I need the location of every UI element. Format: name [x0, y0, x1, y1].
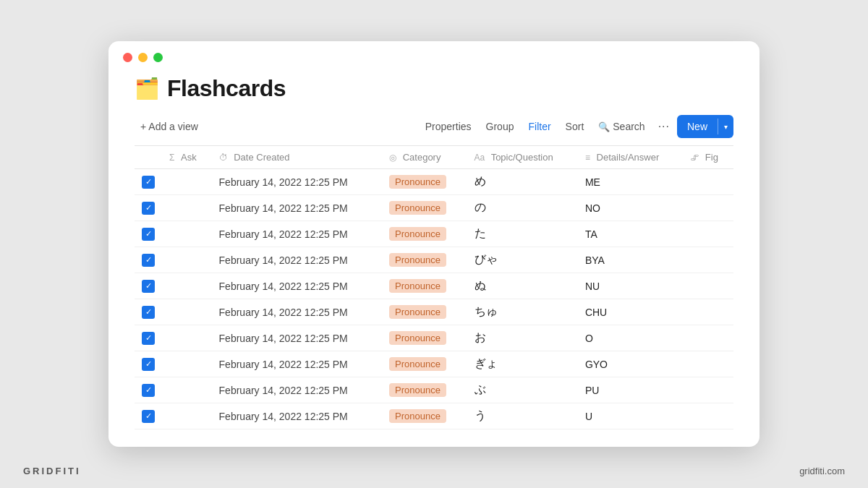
fig-cell: [683, 221, 733, 247]
table-row: ✓February 14, 2022 12:25 PMPronounceおO: [135, 325, 733, 351]
checkbox-checked[interactable]: ✓: [142, 332, 155, 345]
checkbox-cell[interactable]: ✓: [135, 221, 162, 247]
ask-cell: [162, 247, 212, 273]
topic-icon: Aa: [475, 153, 485, 163]
col-topic-label: Topic/Question: [491, 152, 553, 163]
category-cell: Pronounce: [382, 169, 467, 195]
table-body: ✓February 14, 2022 12:25 PMPronounceめME✓…: [135, 169, 733, 429]
col-header-checkbox: [135, 146, 162, 169]
answer-cell: O: [578, 325, 683, 351]
brand-left: GRIDFITI: [23, 466, 81, 476]
topic-cell: う: [467, 403, 578, 429]
date-cell: February 14, 2022 12:25 PM: [212, 325, 383, 351]
table-row: ✓February 14, 2022 12:25 PMPronounceびゃBY…: [135, 247, 733, 273]
more-button[interactable]: ···: [654, 117, 674, 136]
add-view-button[interactable]: + Add a view: [135, 118, 204, 135]
table-row: ✓February 14, 2022 12:25 PMPronounceたTA: [135, 221, 733, 247]
category-badge: Pronounce: [389, 175, 446, 189]
fig-cell: [683, 377, 733, 403]
close-dot[interactable]: [123, 53, 132, 62]
ask-cell: [162, 403, 212, 429]
fig-cell: [683, 273, 733, 299]
answer-cell: CHU: [578, 299, 683, 325]
checkbox-cell[interactable]: ✓: [135, 299, 162, 325]
topic-cell: の: [467, 195, 578, 221]
date-cell: February 14, 2022 12:25 PM: [212, 299, 383, 325]
col-header-fig: 🖇 Fig: [683, 146, 733, 169]
checkbox-checked[interactable]: ✓: [142, 358, 155, 371]
checkbox-cell[interactable]: ✓: [135, 403, 162, 429]
flashcards-table: Σ Ask ⏱ Date Created ◎ Category Aa: [135, 146, 733, 429]
checkbox-checked[interactable]: ✓: [142, 306, 155, 319]
checkbox-checked[interactable]: ✓: [142, 410, 155, 423]
category-badge: Pronounce: [389, 305, 446, 319]
col-header-category: ◎ Category: [382, 146, 467, 169]
col-answer-label: Details/Answer: [597, 152, 660, 163]
date-cell: February 14, 2022 12:25 PM: [212, 247, 383, 273]
checkbox-checked[interactable]: ✓: [142, 176, 155, 189]
titlebar: [109, 41, 760, 69]
answer-cell: GYO: [578, 351, 683, 377]
fig-cell: [683, 247, 733, 273]
checkbox-cell[interactable]: ✓: [135, 377, 162, 403]
table-row: ✓February 14, 2022 12:25 PMPronounceぎょGY…: [135, 351, 733, 377]
answer-cell: TA: [578, 221, 683, 247]
date-cell: February 14, 2022 12:25 PM: [212, 351, 383, 377]
maximize-dot[interactable]: [153, 53, 163, 62]
checkbox-checked[interactable]: ✓: [142, 384, 155, 397]
minimize-dot[interactable]: [138, 53, 148, 62]
toolbar-right: Properties Group Filter Sort 🔍 Search ··…: [420, 115, 733, 138]
checkbox-cell[interactable]: ✓: [135, 325, 162, 351]
table-header-row: Σ Ask ⏱ Date Created ◎ Category Aa: [135, 146, 733, 169]
category-cell: Pronounce: [382, 273, 467, 299]
date-cell: February 14, 2022 12:25 PM: [212, 403, 383, 429]
search-label: Search: [613, 121, 644, 132]
page-title-row: 🗂️ Flashcards: [135, 69, 733, 102]
category-cell: Pronounce: [382, 403, 467, 429]
brand-right: gridfiti.com: [799, 466, 845, 476]
new-button[interactable]: New ▾: [677, 115, 733, 138]
col-category-label: Category: [403, 152, 441, 163]
checkbox-checked[interactable]: ✓: [142, 202, 155, 215]
category-badge: Pronounce: [389, 201, 446, 215]
category-badge: Pronounce: [389, 331, 446, 345]
group-button[interactable]: Group: [480, 118, 520, 135]
topic-cell: お: [467, 325, 578, 351]
date-cell: February 14, 2022 12:25 PM: [212, 273, 383, 299]
checkbox-cell[interactable]: ✓: [135, 169, 162, 195]
filter-button[interactable]: Filter: [522, 118, 556, 135]
category-cell: Pronounce: [382, 195, 467, 221]
category-badge: Pronounce: [389, 357, 446, 371]
checkbox-cell[interactable]: ✓: [135, 247, 162, 273]
topic-cell: ぶ: [467, 377, 578, 403]
checkbox-cell[interactable]: ✓: [135, 273, 162, 299]
fig-cell: [683, 403, 733, 429]
checkbox-checked[interactable]: ✓: [142, 254, 155, 267]
fig-cell: [683, 325, 733, 351]
properties-button[interactable]: Properties: [420, 118, 477, 135]
new-label: New: [677, 121, 718, 132]
date-cell: February 14, 2022 12:25 PM: [212, 195, 383, 221]
fig-cell: [683, 351, 733, 377]
checkbox-cell[interactable]: ✓: [135, 351, 162, 377]
answer-cell: NO: [578, 195, 683, 221]
checkbox-cell[interactable]: ✓: [135, 195, 162, 221]
topic-cell: め: [467, 169, 578, 195]
more-icon: ···: [658, 120, 670, 132]
ask-cell: [162, 221, 212, 247]
group-label: Group: [486, 121, 514, 132]
sort-label: Sort: [566, 121, 584, 132]
answer-icon: ≡: [585, 153, 590, 163]
checkbox-checked[interactable]: ✓: [142, 228, 155, 241]
checkbox-checked[interactable]: ✓: [142, 280, 155, 293]
answer-cell: BYA: [578, 247, 683, 273]
col-date-label: Date Created: [234, 152, 289, 163]
sort-button[interactable]: Sort: [560, 118, 590, 135]
category-badge: Pronounce: [389, 227, 446, 241]
app-window: 🗂️ Flashcards + Add a view Properties Gr…: [109, 41, 760, 447]
table-row: ✓February 14, 2022 12:25 PMPronounceぬNU: [135, 273, 733, 299]
topic-cell: ちゅ: [467, 299, 578, 325]
date-cell: February 14, 2022 12:25 PM: [212, 377, 383, 403]
topic-cell: ぬ: [467, 273, 578, 299]
search-button[interactable]: 🔍 Search: [592, 118, 650, 135]
